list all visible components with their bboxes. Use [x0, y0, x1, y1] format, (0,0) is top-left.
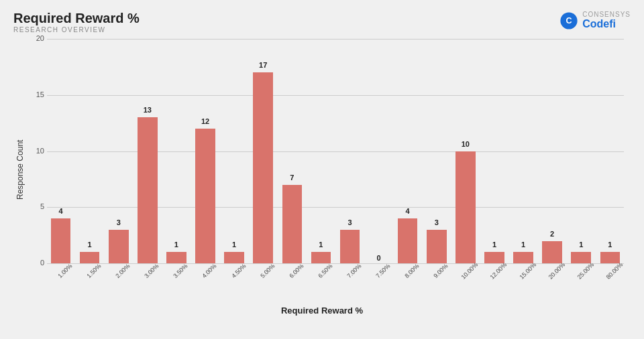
- bar-group: 1: [76, 39, 103, 263]
- bar: 13: [138, 117, 158, 263]
- bar-value-label: 1: [319, 241, 323, 249]
- bar-value-label: 2: [550, 230, 554, 238]
- bar: 3: [340, 230, 360, 263]
- bar: 12: [195, 129, 215, 263]
- bar-value-label: 1: [492, 241, 496, 249]
- page-container: Required Reward % RESEARCH OVERVIEW C CO…: [0, 0, 644, 339]
- bar-group: 12: [191, 39, 219, 263]
- bar-value-label: 4: [406, 207, 410, 215]
- bar-group: 3: [105, 39, 132, 263]
- bar-group: 3: [336, 39, 364, 263]
- chart-section: Response Count 2015105041313112117713043…: [13, 39, 631, 300]
- svg-text:C: C: [566, 16, 572, 25]
- bar-group: 1: [162, 39, 190, 263]
- bar-value-label: 4: [58, 207, 62, 215]
- bar-value-label: 7: [290, 174, 294, 182]
- page-title: Required Reward %: [13, 11, 140, 26]
- bar: 7: [282, 185, 303, 263]
- bar-group: 17: [250, 39, 277, 263]
- logo-icon: C: [559, 11, 578, 30]
- bar-value-label: 1: [88, 241, 92, 249]
- bar-group: 7: [278, 39, 306, 263]
- bar-value-label-zero: 0: [377, 254, 381, 262]
- grid-area: 20151050413131121177130431011211: [47, 39, 624, 263]
- chart-main: 20151050413131121177130431011211 1.00%1.…: [27, 39, 631, 300]
- y-tick-label: 20: [27, 34, 44, 42]
- bar: 17: [253, 72, 273, 263]
- y-tick-label: 15: [27, 90, 44, 98]
- bar-value-label: 1: [608, 241, 612, 249]
- bar-group: 3: [423, 39, 450, 263]
- bar-value-label: 3: [347, 218, 352, 226]
- bar-value-label: 10: [462, 140, 470, 148]
- bar-value-label: 12: [201, 117, 209, 125]
- y-tick-label: 10: [27, 147, 44, 155]
- bar-group: 10: [451, 39, 479, 263]
- bar: 4: [51, 218, 71, 263]
- bar-value-label: 13: [144, 106, 152, 114]
- bar-group: 1: [510, 39, 537, 263]
- bars-wrapper: 413131121177130431011211: [47, 39, 624, 263]
- bar-group: 4: [47, 39, 74, 263]
- bar-value-label: 3: [435, 218, 439, 226]
- bar-value-label: 1: [174, 241, 178, 249]
- bar-value-label: 1: [521, 241, 525, 249]
- bar-value-label: 3: [117, 218, 121, 226]
- bar-group: 4: [394, 39, 421, 263]
- bar-group: 1: [480, 39, 508, 263]
- logo-text: CONSENSYS Codefi: [582, 11, 631, 30]
- x-axis-labels: 1.00%1.50%2.00%3.00%3.50%4.00%4.50%5.00%…: [47, 267, 624, 300]
- bar-group: 1: [307, 39, 335, 263]
- bar-value-label: 17: [259, 61, 267, 69]
- y-tick-label: 0: [27, 259, 44, 267]
- bar-group: 1: [568, 39, 595, 263]
- bar-group: 1: [221, 39, 248, 263]
- bar-value-label: 1: [232, 241, 236, 249]
- y-tick-label: 5: [27, 202, 44, 210]
- logo: C CONSENSYS Codefi: [559, 11, 631, 30]
- bar-group: 0: [365, 39, 392, 263]
- y-axis-label: Response Count: [13, 39, 27, 300]
- bar-group: 1: [596, 39, 624, 263]
- bar: 4: [398, 218, 418, 263]
- bar: 3: [109, 230, 129, 263]
- bar-group: 13: [133, 39, 161, 263]
- x-axis-title: Required Reward %: [13, 306, 631, 316]
- title-block: Required Reward % RESEARCH OVERVIEW: [13, 11, 140, 33]
- header: Required Reward % RESEARCH OVERVIEW C CO…: [13, 11, 631, 33]
- bar: 10: [455, 151, 476, 264]
- bar-group: 2: [539, 39, 566, 263]
- page-subtitle: RESEARCH OVERVIEW: [13, 26, 140, 33]
- bar-value-label: 1: [579, 241, 583, 249]
